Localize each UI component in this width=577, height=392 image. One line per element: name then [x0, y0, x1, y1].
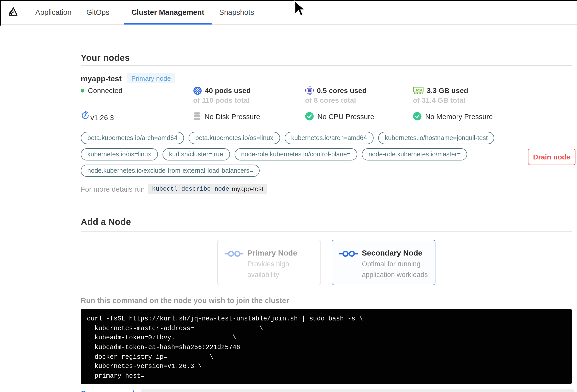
primary-node-badge: Primary node	[127, 73, 176, 83]
top-navigation-bar: Application GitOps Cluster Management Sn…	[0, 0, 577, 25]
join-command-code-block[interactable]: curl -fsSL https://kurl.sh/jq-new-test-u…	[81, 309, 572, 385]
ram-icon: RAM	[413, 86, 424, 95]
kubernetes-version: v1.26.3	[81, 111, 193, 122]
node-stats-row-1: Connected	[81, 86, 572, 105]
cpu-pressure-label: No CPU Pressure	[317, 112, 374, 121]
code-line: docker-registry-ip= \	[87, 352, 566, 362]
cores-total-label: of 8 cores total	[305, 96, 413, 105]
next-section-edge	[141, 389, 574, 392]
your-nodes-title: Your nodes	[81, 53, 572, 63]
node-labels: beta.kubernetes.io/arch=amd64 beta.kuber…	[81, 132, 572, 177]
describe-node-command: kubectl describe node myapp-test	[148, 184, 268, 194]
node-labels-row: kubernetes.io/os=linux kurl.sh/cluster=t…	[81, 148, 572, 160]
version-label: v1.26.3	[90, 113, 114, 122]
secondary-node-card-description: Optimal for running application workload…	[362, 259, 435, 280]
node-header: myapp-test Primary node	[81, 73, 572, 83]
node-label-chip: node-role.kubernetes.io/control-plane=	[234, 148, 357, 160]
primary-node-card-title: Primary Node	[247, 248, 320, 258]
memory-used-stat: RAM 3.3 GB used	[413, 86, 572, 95]
node-stats-row-2: v1.26.3 No Disk Pressure	[81, 111, 572, 122]
version-update-icon	[81, 111, 90, 122]
secondary-node-card[interactable]: Secondary Node Optimal for running appli…	[332, 240, 435, 285]
app-logo-icon	[7, 6, 18, 17]
code-line: primary-host=	[87, 372, 566, 381]
node-label-chip: beta.kubernetes.io/arch=amd64	[81, 132, 184, 144]
code-line: kubernetes-version=v1.26.3 \	[87, 362, 566, 371]
drain-node-button[interactable]: Drain node	[528, 149, 575, 165]
nodes-icon	[339, 250, 358, 285]
node-label-chip: node.kubernetes.io/exclude-from-external…	[81, 165, 260, 177]
check-circle-icon	[305, 112, 314, 121]
main-content: Your nodes myapp-test Primary node Conne…	[0, 53, 577, 392]
details-prefix: For more details run	[81, 185, 145, 193]
screen-edge	[0, 0, 1, 26]
active-tab-underline	[124, 23, 211, 25]
kubectl-command-node-name: myapp-test	[232, 186, 263, 193]
tab-snapshots[interactable]: Snapshots	[219, 0, 254, 24]
primary-node-card[interactable]: Primary Node Provides high availability	[217, 240, 321, 285]
node-labels-row: beta.kubernetes.io/arch=amd64 beta.kuber…	[81, 132, 572, 144]
node-name: myapp-test	[81, 74, 122, 83]
node-label-chip: kurl.sh/cluster=true	[162, 148, 230, 160]
disk-database-icon	[193, 112, 201, 121]
code-line: curl -fsSL https://kurl.sh/jq-new-test-u…	[87, 315, 566, 324]
node-label-chip: beta.kubernetes.io/os=linux	[189, 132, 280, 144]
pods-used-label: 40 pods used	[205, 86, 251, 95]
node-label-chip: kubernetes.io/arch=amd64	[284, 132, 374, 144]
memory-pressure-label: No Memory Pressure	[425, 112, 493, 121]
node-details-hint: For more details run kubectl describe no…	[81, 184, 572, 194]
screen-edge	[0, 0, 577, 1]
nav-tabs: Application GitOps Cluster Management Sn…	[35, 0, 269, 24]
code-line: kubeadm-token=0ztbvy. \	[87, 333, 566, 343]
kubernetes-pods-icon	[193, 86, 202, 95]
memory-used-label: 3.3 GB used	[427, 86, 468, 95]
kubectl-command-text: kubectl describe node	[152, 186, 229, 193]
memory-total-label: of 31.4 GB total	[413, 96, 572, 105]
copy-command-link[interactable]: Copy command	[81, 389, 134, 392]
node-status-label: Connected	[88, 86, 122, 95]
primary-node-card-description: Provides high availability	[247, 259, 320, 280]
tab-cluster-management[interactable]: Cluster Management	[124, 0, 211, 24]
cluster-management-page: Application GitOps Cluster Management Sn…	[0, 0, 577, 392]
code-line: kubeadm-token-ca-hash=sha256:221d25746	[87, 343, 566, 352]
node-status: Connected	[81, 86, 193, 95]
node-label-chip: node-role.kubernetes.io/master=	[362, 148, 467, 160]
pods-total-label: of 110 pods total	[193, 96, 305, 105]
section-divider	[81, 65, 572, 66]
section-divider	[81, 231, 572, 232]
node-labels-row: node.kubernetes.io/exclude-from-external…	[81, 165, 572, 177]
secondary-node-card-title: Secondary Node	[362, 248, 435, 258]
add-node-title: Add a Node	[81, 217, 572, 227]
check-circle-icon	[413, 112, 422, 121]
nodes-icon	[225, 250, 243, 285]
code-line: kubernetes-master-address= \	[87, 324, 566, 333]
cores-used-label: 0.5 cores used	[317, 86, 367, 95]
node-type-cards: Primary Node Provides high availability …	[81, 240, 572, 285]
node-label-chip: kubernetes.io/os=linux	[81, 148, 158, 160]
memory-pressure-status: No Memory Pressure	[413, 111, 572, 122]
node-label-chip: kubernetes.io/hostname=jonquil-test	[378, 132, 494, 144]
mouse-cursor-icon	[294, 1, 306, 19]
join-command-instruction: Run this command on the node you wish to…	[81, 297, 572, 305]
cores-used-stat: 0.5 cores used	[305, 86, 413, 95]
disk-pressure-label: No Disk Pressure	[204, 112, 260, 121]
tab-application[interactable]: Application	[35, 0, 72, 24]
cpu-chip-icon	[305, 86, 314, 95]
cpu-pressure-status: No CPU Pressure	[305, 111, 413, 122]
disk-pressure-status: No Disk Pressure	[193, 111, 305, 122]
pods-used-stat: 40 pods used	[193, 86, 305, 95]
connected-dot-icon	[81, 89, 84, 92]
svg-text:RAM: RAM	[414, 88, 422, 92]
tab-gitops[interactable]: GitOps	[86, 0, 109, 24]
